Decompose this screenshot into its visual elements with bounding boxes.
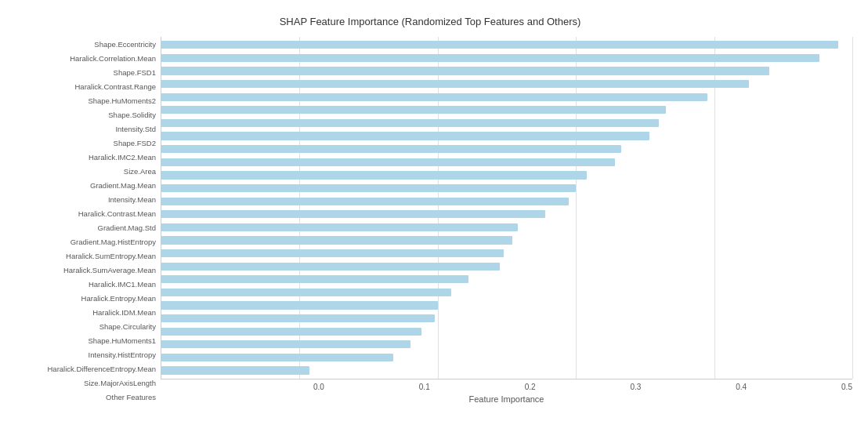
- bar: [161, 54, 819, 62]
- y-axis-labels: Shape.EccentricityHaralick.Correlation.M…: [8, 37, 161, 404]
- bar: [161, 145, 621, 153]
- bar: [161, 158, 615, 166]
- y-label: Size.MajorAxisLength: [84, 376, 156, 390]
- y-label: Shape.HuMoments2: [88, 93, 156, 107]
- y-label: Haralick.IMC2.Mean: [89, 150, 156, 164]
- bar-row: [161, 143, 852, 156]
- y-label: Shape.FSD2: [114, 136, 156, 150]
- y-label: Haralick.SumEntropy.Mean: [66, 249, 156, 263]
- bar: [161, 340, 410, 348]
- bar: [161, 328, 421, 336]
- y-label: Haralick.DifferenceEntropy.Mean: [47, 361, 156, 376]
- y-label: Haralick.IMC1.Mean: [89, 277, 156, 291]
- y-label: Gradient.Mag.Std: [98, 220, 156, 234]
- bar-row: [161, 208, 852, 221]
- bar: [161, 236, 512, 244]
- bar-row: [161, 169, 852, 182]
- bar: [161, 106, 666, 114]
- x-tick-label: 0.2: [525, 383, 536, 391]
- bar: [161, 184, 576, 192]
- bar: [161, 41, 838, 49]
- x-tick-label: 0.4: [736, 383, 747, 391]
- bar: [161, 223, 518, 231]
- chart-title: SHAP Feature Importance (Randomized Top …: [8, 16, 852, 27]
- bar: [161, 301, 438, 309]
- bar: [161, 366, 309, 374]
- y-label: Shape.Circularity: [99, 319, 156, 333]
- bar: [161, 249, 504, 257]
- x-axis-title: Feature Importance: [161, 394, 852, 404]
- bar: [161, 171, 587, 179]
- bar: [161, 289, 451, 296]
- bar: [161, 80, 749, 88]
- bar-row: [161, 194, 852, 208]
- grid-line: [852, 37, 853, 379]
- y-label: Haralick.Contrast.Range: [75, 79, 157, 93]
- x-tick-label: 0.3: [630, 383, 641, 391]
- bar-row: [161, 117, 852, 130]
- bar-row: [161, 286, 852, 300]
- y-label: Size.Area: [124, 164, 156, 178]
- bar-row: [161, 90, 852, 103]
- bar: [161, 132, 649, 140]
- bar: [161, 210, 545, 218]
- bar: [161, 314, 435, 322]
- bar: [161, 198, 569, 205]
- y-label: Haralick.Contrast.Mean: [78, 206, 156, 220]
- bar-row: [161, 364, 852, 377]
- bar-row: [161, 273, 852, 286]
- x-axis-labels: 0.00.10.20.30.40.5: [161, 379, 852, 391]
- y-label: Haralick.IDM.Mean: [92, 305, 156, 319]
- y-label: Gradient.Mag.Mean: [90, 178, 156, 192]
- bar-row: [161, 260, 852, 273]
- y-label: Haralick.SumAverage.Mean: [63, 263, 156, 277]
- x-tick-label: 0.0: [313, 383, 324, 391]
- plot-area: [161, 37, 852, 379]
- bar: [161, 263, 500, 271]
- bar-row: [161, 52, 852, 65]
- chart-container: SHAP Feature Importance (Randomized Top …: [0, 0, 868, 443]
- bar: [161, 275, 468, 283]
- bar-row: [161, 64, 852, 78]
- bar-row: [161, 221, 852, 234]
- bars-wrapper: [161, 37, 852, 379]
- y-label: Intensity.HistEntropy: [89, 347, 156, 361]
- y-label: Shape.HuMoments1: [88, 333, 156, 347]
- x-tick-label: 0.5: [841, 383, 852, 391]
- bar-row: [161, 38, 852, 52]
- bar-row: [161, 78, 852, 91]
- bar: [161, 119, 659, 127]
- bar-row: [161, 351, 852, 365]
- y-label: Shape.Eccentricity: [94, 37, 156, 51]
- bar-row: [161, 129, 852, 143]
- bar-row: [161, 247, 852, 260]
- bar-row: [161, 103, 852, 117]
- y-label: Shape.Solidity: [108, 107, 156, 122]
- chart-area: Shape.EccentricityHaralick.Correlation.M…: [8, 37, 852, 404]
- y-label: Haralick.Correlation.Mean: [70, 51, 156, 65]
- bar-row: [161, 299, 852, 312]
- y-label: Shape.FSD1: [114, 65, 156, 79]
- y-label: Haralick.Entropy.Mean: [81, 291, 156, 305]
- bar: [161, 67, 769, 74]
- bar-row: [161, 155, 852, 169]
- bar: [161, 354, 393, 361]
- y-label: Gradient.Mag.HistEntropy: [71, 234, 156, 249]
- y-label: Intensity.Mean: [108, 192, 156, 206]
- bar: [161, 93, 707, 101]
- bar-row: [161, 312, 852, 325]
- y-label: Intensity.Std: [115, 122, 156, 136]
- bar-row: [161, 234, 852, 247]
- bar-row: [161, 338, 852, 351]
- y-label: Other Features: [106, 390, 156, 404]
- bar-row: [161, 182, 852, 195]
- x-tick-label: 0.1: [419, 383, 430, 391]
- bar-row: [161, 325, 852, 338]
